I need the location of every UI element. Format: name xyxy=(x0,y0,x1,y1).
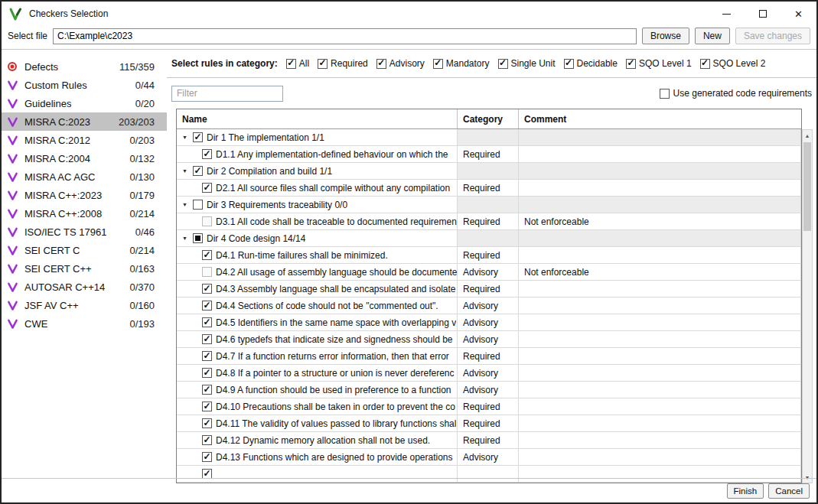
generated-code-requirements-checkbox[interactable]: Use generated code requirements xyxy=(660,88,812,99)
rule-comment-cell[interactable] xyxy=(519,348,801,364)
rule-checkbox[interactable] xyxy=(202,351,212,361)
table-row[interactable]: D4.12 Dynamic memory allocation shall no… xyxy=(177,432,801,449)
sidebar-item-iso-iec-ts-17961[interactable]: ISO/IEC TS 17961 0/46 xyxy=(2,223,167,241)
expand-collapse-icon[interactable]: ▼ xyxy=(181,236,189,241)
table-row[interactable]: D4.6 typedefs that indicate size and sig… xyxy=(177,331,801,348)
rule-checkbox[interactable] xyxy=(202,250,212,260)
rule-checkbox[interactable] xyxy=(202,267,212,277)
table-row[interactable]: ▼ Dir 4 Code design 14/14 xyxy=(177,230,801,247)
rule-checkbox[interactable] xyxy=(202,284,212,294)
sidebar-item-misra-c-2012[interactable]: MISRA C:2012 0/203 xyxy=(2,131,167,149)
cancel-button[interactable]: Cancel xyxy=(768,483,810,499)
rule-checkbox[interactable] xyxy=(202,418,212,428)
category-filter-advisory[interactable]: Advisory xyxy=(376,58,425,69)
rule-comment-cell[interactable] xyxy=(519,314,801,330)
rule-comment-cell[interactable] xyxy=(519,230,801,246)
table-row[interactable]: ▼ Dir 3 Requirements traceability 0/0 xyxy=(177,197,801,213)
rule-comment-cell[interactable] xyxy=(519,365,801,381)
rule-comment-cell[interactable] xyxy=(519,129,801,145)
rule-comment-cell[interactable] xyxy=(519,197,801,213)
close-button[interactable]: ✕ xyxy=(781,2,816,26)
expand-collapse-icon[interactable]: ▼ xyxy=(181,202,189,207)
browse-button[interactable]: Browse xyxy=(642,28,689,44)
rule-comment-cell[interactable]: Not enforceable xyxy=(519,213,801,229)
rule-checkbox[interactable] xyxy=(193,200,203,210)
rule-checkbox[interactable] xyxy=(202,452,212,462)
table-row[interactable]: D4.1 Run-time failures shall be minimize… xyxy=(177,247,801,264)
rule-checkbox[interactable] xyxy=(202,435,212,445)
category-filter-decidable[interactable]: Decidable xyxy=(564,58,618,69)
rule-comment-cell[interactable] xyxy=(519,382,801,398)
rule-checkbox[interactable] xyxy=(202,149,212,159)
column-header-category[interactable]: Category xyxy=(458,109,519,128)
rule-comment-cell[interactable] xyxy=(519,281,801,297)
table-row[interactable]: D2.1 All source files shall compile with… xyxy=(177,180,801,197)
sidebar-item-misra-ac-agc[interactable]: MISRA AC AGC 0/130 xyxy=(2,167,167,186)
checkbox-icon[interactable] xyxy=(660,89,670,99)
sidebar-item-jsf-av-c-[interactable]: JSF AV C++ 0/160 xyxy=(2,296,167,314)
minimize-button[interactable] xyxy=(709,2,745,26)
sidebar-item-custom-rules[interactable]: Custom Rules 0/44 xyxy=(2,76,167,94)
rule-checkbox[interactable] xyxy=(202,385,212,395)
sidebar-item-misra-c-2004[interactable]: MISRA C:2004 0/132 xyxy=(2,149,167,167)
rule-checkbox[interactable] xyxy=(202,317,212,327)
scroll-up-icon[interactable]: ▲ xyxy=(803,130,812,141)
rule-checkbox[interactable] xyxy=(193,233,203,243)
category-filter-single-unit[interactable]: Single Unit xyxy=(498,58,556,69)
rule-comment-cell[interactable] xyxy=(519,180,801,196)
finish-button[interactable]: Finish xyxy=(727,483,764,499)
column-header-name[interactable]: Name xyxy=(177,109,458,128)
table-row[interactable]: D4.10 Precautions shall be taken in orde… xyxy=(177,398,801,415)
rule-comment-cell[interactable] xyxy=(519,432,801,448)
sidebar-item-sei-cert-c[interactable]: SEI CERT C 0/214 xyxy=(2,241,167,259)
rule-checkbox[interactable] xyxy=(202,183,212,193)
sidebar-item-sei-cert-c-[interactable]: SEI CERT C++ 0/163 xyxy=(2,259,167,278)
rule-checkbox[interactable] xyxy=(202,301,212,311)
category-filter-all[interactable]: All xyxy=(286,58,309,69)
rule-checkbox[interactable] xyxy=(193,166,203,176)
category-filter-required[interactable]: Required xyxy=(318,58,368,69)
sidebar-item-misra-c-2023[interactable]: MISRA C++:2023 0/179 xyxy=(2,186,167,204)
table-row[interactable]: D4.5 Identifiers in the same name space … xyxy=(177,314,801,331)
table-row[interactable]: D4.7 If a function returns error informa… xyxy=(177,348,801,365)
rule-comment-cell[interactable] xyxy=(519,415,801,431)
rule-comment-cell[interactable] xyxy=(519,298,801,314)
rule-checkbox[interactable] xyxy=(202,216,212,226)
maximize-button[interactable] xyxy=(745,2,781,26)
rule-checkbox[interactable] xyxy=(202,334,212,344)
category-filter-sqo-level-2[interactable]: SQO Level 2 xyxy=(700,58,766,69)
sidebar-item-misra-c-2023[interactable]: MISRA C:2023 203/203 xyxy=(2,112,167,131)
table-row[interactable]: D4.2 All usage of assembly language shou… xyxy=(177,264,801,281)
rule-comment-cell[interactable] xyxy=(519,146,801,162)
rule-comment-cell[interactable] xyxy=(519,331,801,347)
column-header-comment[interactable]: Comment xyxy=(519,109,801,128)
rule-checkbox[interactable] xyxy=(193,132,203,142)
sidebar-item-cwe[interactable]: CWE 0/193 xyxy=(2,314,167,333)
table-row[interactable]: D4.8 If a pointer to a structure or unio… xyxy=(177,365,801,382)
rule-comment-cell[interactable]: Not enforceable xyxy=(519,264,801,280)
sidebar-item-autosar-c-14[interactable]: AUTOSAR C++14 0/370 xyxy=(2,278,167,296)
table-row[interactable]: ▼ Dir 2 Compilation and build 1/1 xyxy=(177,163,801,180)
rule-comment-cell[interactable] xyxy=(519,247,801,263)
table-row[interactable]: D4.3 Assembly language shall be encapsul… xyxy=(177,281,801,298)
expand-collapse-icon[interactable]: ▼ xyxy=(181,168,189,174)
rule-comment-cell[interactable] xyxy=(519,398,801,415)
table-row[interactable]: D4.11 The validity of values passed to l… xyxy=(177,415,801,432)
sidebar-item-misra-c-2008[interactable]: MISRA C++:2008 0/214 xyxy=(2,204,167,223)
expand-collapse-icon[interactable]: ▼ xyxy=(181,135,189,140)
table-row[interactable]: D1.1 Any implementation-defined behaviou… xyxy=(177,146,801,163)
table-row[interactable]: ▼ Dir 1 The implementation 1/1 xyxy=(177,129,801,146)
rule-comment-cell[interactable] xyxy=(519,449,801,465)
table-row[interactable]: D4.13 Functions which are designed to pr… xyxy=(177,449,801,466)
table-row[interactable]: D4.9 A function should be used in prefer… xyxy=(177,382,801,398)
new-button[interactable]: New xyxy=(695,28,730,44)
sidebar-item-defects[interactable]: Defects 115/359 xyxy=(2,57,167,76)
sidebar-item-guidelines[interactable]: Guidelines 0/20 xyxy=(2,94,167,112)
vertical-scrollbar[interactable]: ▲ ▼ xyxy=(802,129,813,483)
rule-checkbox[interactable] xyxy=(202,368,212,378)
table-row[interactable]: D3.1 All code shall be traceable to docu… xyxy=(177,213,801,230)
filter-input[interactable] xyxy=(171,86,283,102)
scrollbar-thumb[interactable] xyxy=(803,142,811,231)
category-filter-sqo-level-1[interactable]: SQO Level 1 xyxy=(626,58,692,69)
rule-checkbox[interactable] xyxy=(202,402,212,411)
